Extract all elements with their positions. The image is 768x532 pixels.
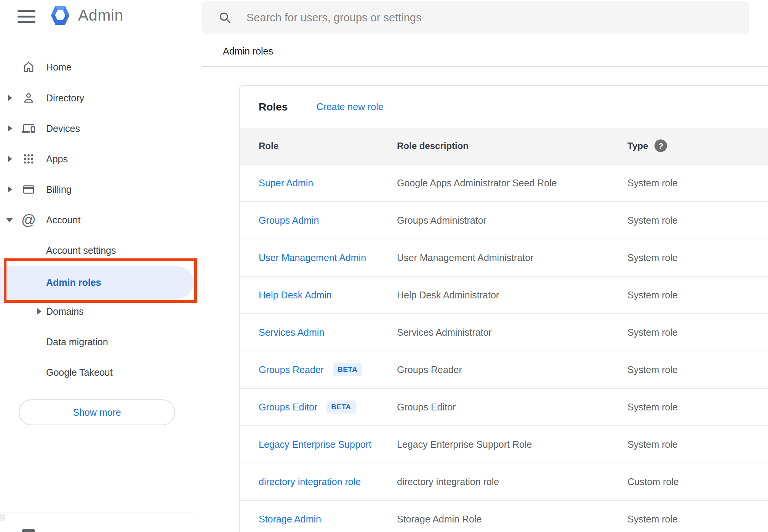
table-row: Groups Editor BETA Groups Editor System … [240, 389, 768, 426]
role-description: Groups Editor [397, 402, 627, 413]
expand-right-icon[interactable] [8, 150, 12, 168]
create-new-role-link[interactable]: Create new role [316, 101, 383, 112]
table-row: Services Admin Services Administrator Sy… [240, 314, 768, 351]
role-link[interactable]: Services Admin [259, 327, 324, 338]
admin-logo-hexagon-icon [51, 5, 70, 25]
table-row: User Management Admin User Management Ad… [240, 239, 768, 277]
role-description: Services Administrator [397, 327, 627, 338]
sidebar-item-label: Directory [46, 89, 84, 107]
sidebar-item-label: Home [46, 58, 72, 76]
role-type: System role [627, 252, 768, 263]
sidebar-item-label: Account settings [46, 241, 116, 260]
scrollbar-fragment [0, 514, 5, 521]
sidebar-item-data-migration[interactable]: Data migration [0, 333, 194, 351]
role-description: Help Desk Administrator [397, 290, 627, 301]
hamburger-menu-icon[interactable] [18, 10, 35, 23]
role-link[interactable]: Super Admin [259, 178, 313, 189]
role-link[interactable]: Legacy Enterprise Support [259, 439, 371, 450]
role-type: System role [627, 178, 768, 189]
role-description: Groups Administrator [397, 215, 627, 226]
table-row: Storage Admin Storage Admin Role System … [240, 501, 768, 532]
role-link[interactable]: directory integration role [259, 476, 361, 487]
column-header-role: Role [259, 141, 397, 151]
role-type: System role [627, 439, 768, 450]
clipped-bottom-icon [22, 529, 35, 532]
table-row: Legacy Enterprise Support Legacy Enterpr… [240, 426, 768, 463]
credit-card-icon [21, 180, 36, 199]
role-description: User Management Administrator [397, 252, 627, 263]
expand-right-icon[interactable] [37, 302, 42, 320]
app-title: Admin [78, 6, 123, 24]
search-icon [218, 11, 232, 26]
table-row: Help Desk Admin Help Desk Administrator … [240, 277, 768, 314]
roles-heading: Roles [259, 101, 288, 113]
role-link[interactable]: Groups Admin [259, 215, 319, 226]
table-row: Groups Reader BETA Groups Reader System … [240, 351, 768, 389]
role-description: Legacy Enterprise Support Role [397, 439, 627, 450]
sidebar-item-billing[interactable]: Billing [0, 180, 194, 199]
role-description: Groups Reader [397, 364, 627, 375]
sidebar-item-home[interactable]: Home [0, 58, 194, 76]
role-type: System role [627, 215, 768, 226]
home-icon [21, 58, 36, 76]
sidebar-item-google-takeout[interactable]: Google Takeout [0, 363, 194, 381]
role-type: System role [627, 364, 768, 375]
sidebar-item-label: Admin roles [46, 266, 101, 299]
sidebar-item-label: Data migration [46, 333, 108, 351]
expand-right-icon[interactable] [8, 119, 12, 138]
role-description: Storage Admin Role [397, 514, 627, 525]
sidebar-item-admin-roles-selected[interactable]: Admin roles [0, 266, 194, 299]
table-row: Super Admin Google Apps Administrator Se… [240, 165, 768, 202]
sidebar-item-label: Apps [46, 150, 68, 168]
admin-logo: Admin [51, 5, 123, 25]
role-description: directory integration role [397, 476, 627, 487]
devices-icon [21, 119, 36, 138]
expand-right-icon[interactable] [8, 89, 12, 107]
role-type: System role [627, 290, 768, 301]
search-input[interactable] [246, 1, 735, 34]
expand-right-icon[interactable] [8, 180, 12, 199]
google-admin-console: Admin Home Directory Devices [0, 0, 768, 532]
table-header-row: Role Role description Type ? [240, 128, 768, 165]
expand-down-icon[interactable] [6, 211, 13, 229]
sidebar-item-domains[interactable]: Domains [0, 302, 194, 320]
column-header-role-description: Role description [397, 141, 627, 151]
beta-badge: BETA [333, 363, 362, 376]
beta-badge: BETA [326, 401, 355, 413]
sidebar-item-label: Devices [46, 119, 80, 138]
sidebar-divider [0, 513, 194, 513]
role-description: Google Apps Administrator Seed Role [397, 178, 627, 189]
sidebar-item-directory[interactable]: Directory [0, 89, 194, 107]
help-icon[interactable]: ? [654, 139, 667, 152]
sidebar-item-apps[interactable]: Apps [0, 150, 194, 168]
sidebar-item-account-settings[interactable]: Account settings [0, 241, 194, 260]
header-divider [202, 66, 768, 67]
at-sign-icon: @ [21, 211, 36, 229]
person-icon [21, 89, 36, 107]
roles-card-header: Roles Create new role [240, 86, 768, 128]
role-link[interactable]: Help Desk Admin [259, 290, 332, 301]
role-type: Custom role [627, 476, 768, 487]
table-row: Groups Admin Groups Administrator System… [240, 202, 768, 239]
sidebar-item-label: Billing [46, 180, 72, 199]
sidebar-item-label: Account [46, 211, 80, 229]
search-bar[interactable] [202, 1, 749, 34]
sidebar-item-label: Domains [46, 302, 84, 320]
role-link[interactable]: Groups Reader [259, 364, 324, 375]
breadcrumb: Admin roles [223, 46, 273, 57]
sidebar: Admin Home Directory Devices [0, 0, 202, 532]
role-type: System role [627, 514, 768, 525]
roles-card: Roles Create new role Role Role descript… [239, 85, 768, 532]
role-link[interactable]: Groups Editor [259, 402, 317, 413]
role-link[interactable]: Storage Admin [259, 514, 321, 525]
table-row: directory integration role directory int… [240, 463, 768, 501]
apps-grid-icon [21, 150, 36, 168]
roles-table-body: Super Admin Google Apps Administrator Se… [240, 165, 768, 532]
show-more-button[interactable]: Show more [19, 399, 175, 425]
role-type: System role [627, 402, 768, 413]
sidebar-item-label: Google Takeout [46, 363, 113, 381]
role-link[interactable]: User Management Admin [259, 252, 366, 263]
role-type: System role [627, 327, 768, 338]
sidebar-item-devices[interactable]: Devices [0, 119, 194, 138]
sidebar-item-account[interactable]: @ Account [0, 211, 194, 229]
